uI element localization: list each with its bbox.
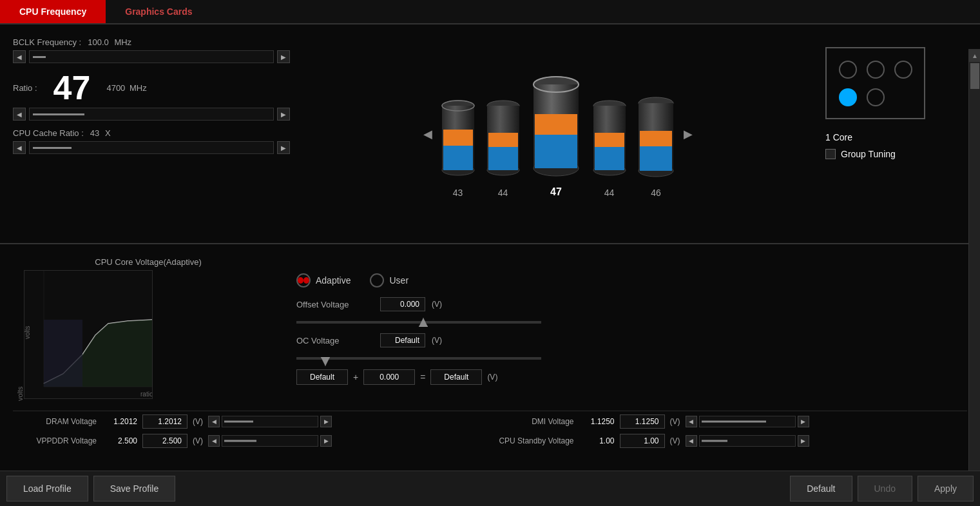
svg-rect-21 [595,147,624,170]
tab-graphics-cards[interactable]: Graphics Cards [106,0,211,23]
tab-cpu-frequency[interactable]: CPU Frequency [0,0,106,23]
vppddr-voltage-box[interactable]: 2.500 [142,434,187,448]
dram-voltage-decrease[interactable]: ◀ [208,416,220,427]
dram-voltage-box[interactable]: 1.2012 [142,414,187,429]
offset-voltage-row: Offset Voltage 0.000 (V) [296,297,967,311]
save-profile-button[interactable]: Save Profile [93,476,175,501]
cylinder-46-svg [635,91,677,184]
cylinders-next-button[interactable]: ▶ [677,121,699,148]
bclk-label: BCLK Frequency : [13,37,81,47]
offset-voltage-value[interactable]: 0.000 [380,297,425,311]
cache-slider-row: ◀ ▶ [13,141,290,154]
right-controls: 1 Core Group Tuning [825,34,967,233]
ratio-slider-fill [33,113,84,115]
formula-left[interactable]: Default [296,369,348,385]
dmi-voltage-fill [702,421,766,423]
dram-voltage-increase[interactable]: ▶ [320,416,332,427]
cpu-standby-box[interactable]: 1.00 [620,434,665,448]
cylinder-44-right-label: 44 [604,188,615,198]
bclk-slider-track[interactable] [29,50,274,63]
dram-voltage-fill [224,421,253,423]
vppddr-voltage-row: VPPDDR Voltage 2.500 2.500 (V) ◀ ▶ [13,434,490,448]
vppddr-voltage-track[interactable] [222,435,318,447]
bclk-increase-button[interactable]: ▶ [277,50,290,63]
cpu-standby-decrease[interactable]: ◀ [686,435,697,447]
cylinders-prev-button[interactable]: ◀ [417,121,439,148]
dram-voltage-unit: (V) [193,417,203,426]
bclk-control: BCLK Frequency : 100.0 MHz ◀ ▶ [13,37,290,63]
cpu-standby-track[interactable] [699,435,796,447]
ratio-increase-button[interactable]: ▶ [277,108,290,121]
cpu-standby-slider: ◀ ▶ [686,435,809,447]
core-circle-4[interactable] [867,88,885,106]
vppddr-voltage-slider: ◀ ▶ [208,435,332,447]
bottom-section: CPU Core Voltage(Adaptive) volts [0,244,980,458]
core-info: 1 Core Group Tuning [825,132,896,159]
default-button[interactable]: Default [790,476,852,501]
dmi-voltage-track[interactable] [699,416,796,427]
dmi-voltage-decrease[interactable]: ◀ [686,416,697,427]
center-visualization: ◀ [290,34,825,233]
core-circle-2[interactable] [894,61,912,79]
dmi-voltage-increase[interactable]: ▶ [798,416,809,427]
vppddr-voltage-increase[interactable]: ▶ [320,435,332,447]
cylinders-container: 43 44 [439,70,677,198]
cylinder-44-left-svg [484,94,523,184]
formula-row: Default + 0.000 = Default (V) [296,369,967,385]
oc-voltage-value[interactable]: Default [380,333,425,347]
user-radio[interactable]: User [370,273,408,287]
cylinder-47: 47 [529,70,584,198]
ratio-mhz: 4700 MHz [106,83,146,93]
voltage-chart-container: CPU Core Voltage(Adaptive) volts [13,257,283,401]
cache-label: CPU Cache Ratio : [13,128,84,138]
cpu-standby-unit: (V) [670,436,680,445]
undo-button[interactable]: Undo [858,476,912,501]
voltage-chart-area: ratio volts [24,270,153,401]
left-readings: DRAM Voltage 1.2012 1.2012 (V) ◀ ▶ VPPDD… [13,414,490,448]
scroll-up-button[interactable]: ▲ [969,49,980,62]
dram-voltage-track[interactable] [222,416,318,427]
core-circle-1[interactable] [867,61,885,79]
cache-decrease-button[interactable]: ◀ [13,141,26,154]
cpu-standby-increase[interactable]: ▶ [798,435,809,447]
formula-center[interactable]: 0.000 [363,369,415,385]
cache-slider-track[interactable] [29,141,274,154]
offset-slider-track[interactable] [296,321,541,324]
oc-slider-row [296,357,967,360]
bottom-toolbar: Load Profile Save Profile Default Undo A… [0,471,980,506]
ratio-decrease-button[interactable]: ◀ [13,108,26,121]
adaptive-radio[interactable]: Adaptive [296,273,351,287]
dmi-voltage-label: DMI Voltage [490,417,574,426]
core-circle-3[interactable] [839,88,857,106]
cylinder-43-label: 43 [453,188,463,198]
cylinder-47-svg [529,70,584,183]
dram-voltage-slider: ◀ ▶ [208,416,332,427]
formula-plus: + [353,372,358,382]
cpu-standby-value: 1.00 [579,436,615,445]
load-profile-button[interactable]: Load Profile [6,476,88,501]
user-radio-circle [370,273,384,287]
cache-control: CPU Cache Ratio : 43 X ◀ ▶ [13,128,290,154]
voltage-y-label: volts [13,270,24,401]
formula-right[interactable]: Default [430,369,482,385]
vppddr-voltage-value: 2.500 [102,436,137,445]
vppddr-voltage-decrease[interactable]: ◀ [208,435,220,447]
offset-slider-row [296,321,967,324]
oc-slider-track[interactable] [296,357,541,360]
cache-increase-button[interactable]: ▶ [277,141,290,154]
bclk-decrease-button[interactable]: ◀ [13,50,26,63]
dram-voltage-row: DRAM Voltage 1.2012 1.2012 (V) ◀ ▶ [13,414,490,429]
voltage-chart-title: CPU Core Voltage(Adaptive) [13,257,283,267]
cache-slider-fill [33,147,72,149]
apply-button[interactable]: Apply [918,476,974,501]
offset-voltage-unit: (V) [432,300,442,309]
core-circle-0[interactable] [839,61,857,79]
cylinder-44-left-label: 44 [498,188,508,198]
right-readings: DMI Voltage 1.1250 1.1250 (V) ◀ ▶ CPU St… [490,414,968,448]
scroll-thumb[interactable] [970,63,979,89]
group-tuning-checkbox[interactable] [825,149,836,159]
dmi-voltage-box[interactable]: 1.1250 [620,414,665,429]
main-content: BCLK Frequency : 100.0 MHz ◀ ▶ [0,24,980,471]
core-count: 1 Core [825,132,896,142]
ratio-slider-track[interactable] [29,108,274,121]
